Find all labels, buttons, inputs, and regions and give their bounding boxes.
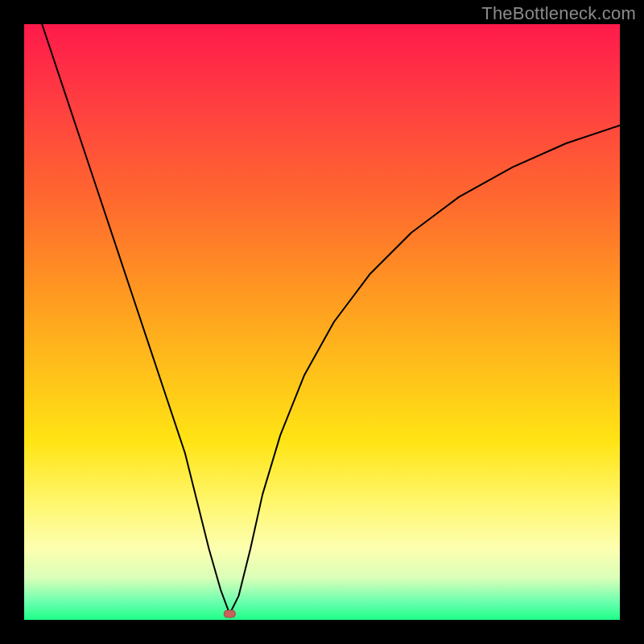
watermark-text: TheBottleneck.com [481, 3, 636, 24]
chart-frame: TheBottleneck.com [0, 0, 644, 644]
plot-svg [24, 24, 620, 620]
bottleneck-curve [42, 24, 620, 614]
min-marker [224, 610, 235, 617]
plot-area [24, 24, 620, 620]
